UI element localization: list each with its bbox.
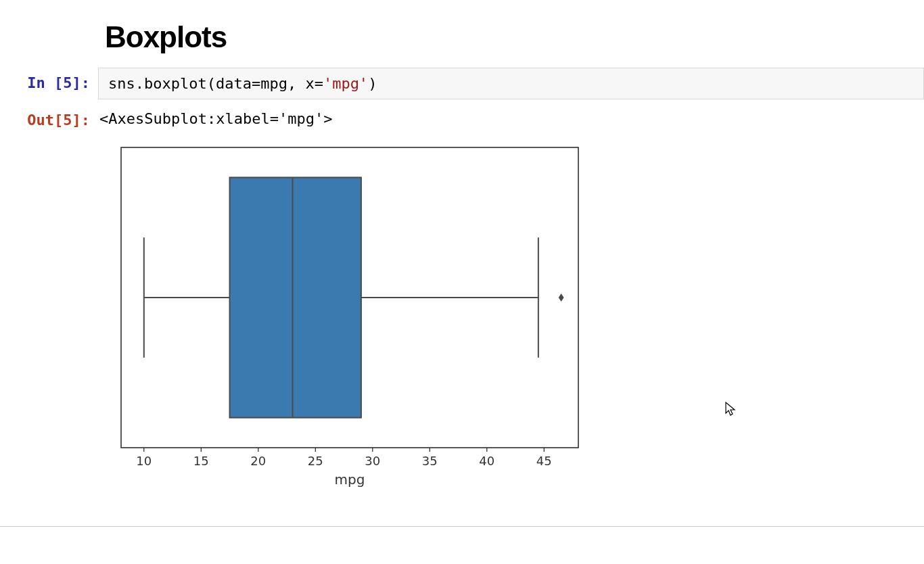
boxplot-svg: 1015202530354045mpg [105,142,592,507]
output-prompt: Out[5]: [0,105,98,128]
section-divider [0,526,924,527]
svg-text:30: 30 [365,454,380,468]
svg-text:35: 35 [422,454,438,468]
svg-text:45: 45 [536,454,552,468]
svg-text:40: 40 [479,454,494,468]
svg-text:20: 20 [250,454,266,468]
svg-text:25: 25 [308,454,323,468]
boxplot-chart: 1015202530354045mpg [105,142,924,510]
output-text: <AxesSubplot:xlabel='mpg'> [98,105,924,133]
code-cell[interactable]: sns.boxplot(data=mpg, x='mpg') [98,68,924,99]
svg-text:15: 15 [193,454,209,468]
section-heading: Boxplots [105,20,924,54]
input-cell-row: In [5]: sns.boxplot(data=mpg, x='mpg') [0,68,924,99]
input-prompt: In [5]: [0,68,98,91]
svg-text:mpg: mpg [335,471,365,488]
svg-text:10: 10 [136,454,152,468]
svg-rect-5 [230,177,361,417]
output-cell-row: Out[5]: <AxesSubplot:xlabel='mpg'> [0,105,924,133]
